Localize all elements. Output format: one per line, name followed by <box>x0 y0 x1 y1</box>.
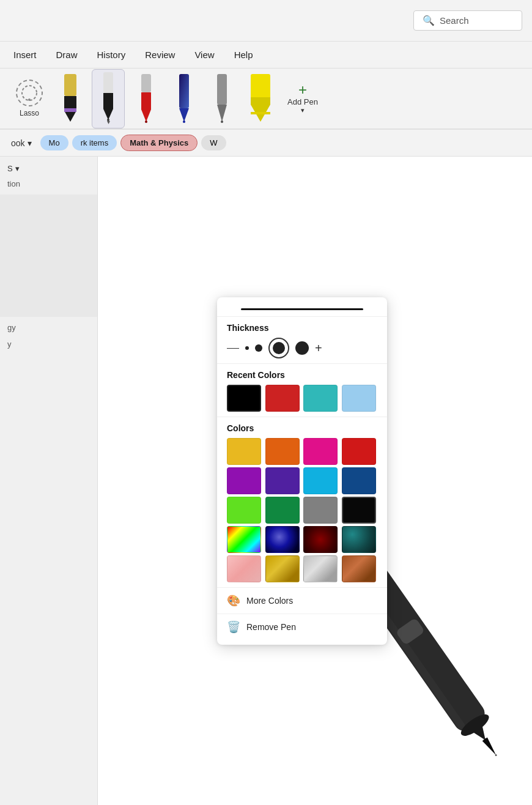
remove-pen-label: Remove Pen <box>246 622 296 632</box>
thickness-xs[interactable] <box>227 348 239 349</box>
thickness-l-selected[interactable] <box>268 338 289 358</box>
svg-point-16 <box>183 121 185 123</box>
menu-help[interactable]: Help <box>226 46 262 64</box>
color-yellow[interactable] <box>227 438 261 465</box>
svg-rect-11 <box>141 92 151 109</box>
svg-point-29 <box>483 738 488 743</box>
toolbar: Lasso ▾ <box>0 69 532 130</box>
tab-work-items[interactable]: rk items <box>72 135 117 150</box>
sidebar-item-y[interactable]: y <box>0 336 97 352</box>
color-pink-texture[interactable] <box>227 555 261 582</box>
thickness-add-button[interactable]: + <box>315 342 322 354</box>
color-dark-purple[interactable] <box>265 467 300 494</box>
recent-colors-title: Recent Colors <box>227 370 377 380</box>
pen-tool-5[interactable] <box>205 72 238 125</box>
svg-marker-4 <box>64 111 76 122</box>
lasso-tool[interactable]: Lasso <box>10 76 49 121</box>
color-cyan[interactable] <box>303 467 338 494</box>
color-rainbow[interactable] <box>227 526 261 553</box>
thickness-s[interactable] <box>245 346 249 350</box>
notebook-chevron: ▾ <box>28 138 32 148</box>
color-galaxy[interactable] <box>265 526 300 553</box>
search-box[interactable]: 🔍 Search <box>413 10 522 31</box>
palette-icon: 🎨 <box>227 594 240 607</box>
recent-color-teal[interactable] <box>303 385 338 412</box>
color-purple[interactable] <box>227 467 261 494</box>
sidebar-item-gy[interactable]: gy <box>0 319 97 336</box>
svg-rect-14 <box>179 74 189 108</box>
thickness-row: + <box>227 338 377 358</box>
color-silver-texture[interactable] <box>303 555 338 582</box>
pen-tool-6[interactable] <box>243 72 278 125</box>
svg-point-27 <box>458 711 492 740</box>
top-bar: 🔍 Search <box>0 0 532 42</box>
main-area: S ▾ tion gy y Thickness <box>0 157 532 805</box>
svg-rect-20 <box>251 74 270 100</box>
svg-rect-7 <box>103 93 113 109</box>
color-navy[interactable] <box>342 467 376 494</box>
lasso-icon <box>16 80 43 106</box>
thickness-section: Thickness + <box>217 317 387 363</box>
sidebar-expand-chevron: ▾ <box>15 164 20 173</box>
svg-rect-21 <box>251 97 270 105</box>
more-colors-button[interactable]: 🎨 More Colors <box>217 587 387 614</box>
sidebar: S ▾ tion gy y <box>0 157 98 805</box>
pen-preview-area <box>217 297 387 317</box>
recent-color-red[interactable] <box>265 385 300 412</box>
menu-review[interactable]: Review <box>136 46 183 64</box>
pen-tool-4[interactable] <box>168 72 201 125</box>
menu-bar: Insert Draw History Review View Help <box>0 42 532 69</box>
svg-rect-26 <box>395 617 425 645</box>
notebook-selector[interactable]: ook ▾ <box>6 136 37 150</box>
tab-w[interactable]: W <box>201 135 226 150</box>
color-red[interactable] <box>342 438 376 465</box>
sidebar-expand[interactable]: S ▾ <box>0 161 97 176</box>
color-black[interactable] <box>342 497 376 524</box>
svg-rect-23 <box>251 112 270 114</box>
svg-point-1 <box>28 98 31 101</box>
menu-draw[interactable]: Draw <box>48 46 86 64</box>
add-pen-button[interactable]: + Add Pen ▾ <box>283 80 323 117</box>
tab-mo[interactable]: Mo <box>40 135 68 150</box>
menu-history[interactable]: History <box>89 46 135 64</box>
pen-tool-1[interactable] <box>54 72 87 125</box>
color-grid-row5 <box>227 555 377 582</box>
color-gray[interactable] <box>303 497 338 524</box>
color-orange[interactable] <box>265 438 300 465</box>
color-dark-green[interactable] <box>265 497 300 524</box>
color-teal-texture[interactable] <box>342 526 376 553</box>
active-pen-chevron: ▾ <box>107 119 110 125</box>
color-gold-texture[interactable] <box>265 555 300 582</box>
lasso-label: Lasso <box>20 109 39 117</box>
svg-marker-30 <box>482 737 499 757</box>
more-colors-label: More Colors <box>246 596 293 606</box>
color-grid-row3 <box>227 497 377 524</box>
color-green[interactable] <box>227 497 261 524</box>
colors-title: Colors <box>227 423 377 433</box>
search-icon: 🔍 <box>423 15 435 26</box>
pen-tool-2[interactable]: ▾ <box>92 69 125 128</box>
recent-color-light-blue[interactable] <box>342 385 376 412</box>
sidebar-item-tion[interactable]: tion <box>0 176 97 192</box>
svg-rect-5 <box>64 108 76 112</box>
svg-rect-17 <box>217 74 227 105</box>
svg-point-31 <box>495 754 497 756</box>
remove-pen-button[interactable]: 🗑️ Remove Pen <box>217 614 387 640</box>
pen-tool-3[interactable] <box>130 72 163 125</box>
pen-preview-line <box>241 308 363 310</box>
color-copper-texture[interactable] <box>342 555 376 582</box>
thickness-xl[interactable] <box>295 341 309 355</box>
svg-rect-10 <box>141 74 151 92</box>
svg-point-19 <box>221 121 223 123</box>
menu-insert[interactable]: Insert <box>5 46 45 64</box>
recent-color-black[interactable] <box>227 385 261 412</box>
menu-view[interactable]: View <box>186 46 223 64</box>
tabs-row: ook ▾ Mo rk items Math & Physics W <box>0 130 532 157</box>
content-area: Thickness + <box>98 157 532 805</box>
color-dark-red-texture[interactable] <box>303 526 338 553</box>
thickness-m[interactable] <box>255 344 262 352</box>
color-magenta[interactable] <box>303 438 338 465</box>
color-grid-row1 <box>227 438 377 465</box>
tab-math-physics[interactable]: Math & Physics <box>120 135 198 151</box>
sidebar-blank-area <box>0 195 97 317</box>
